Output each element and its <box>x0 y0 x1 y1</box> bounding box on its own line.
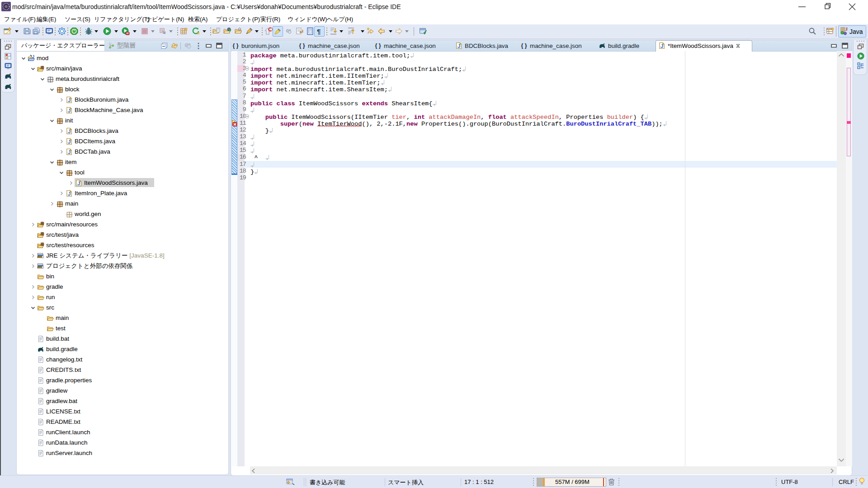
svg-text:J: J <box>845 27 848 32</box>
